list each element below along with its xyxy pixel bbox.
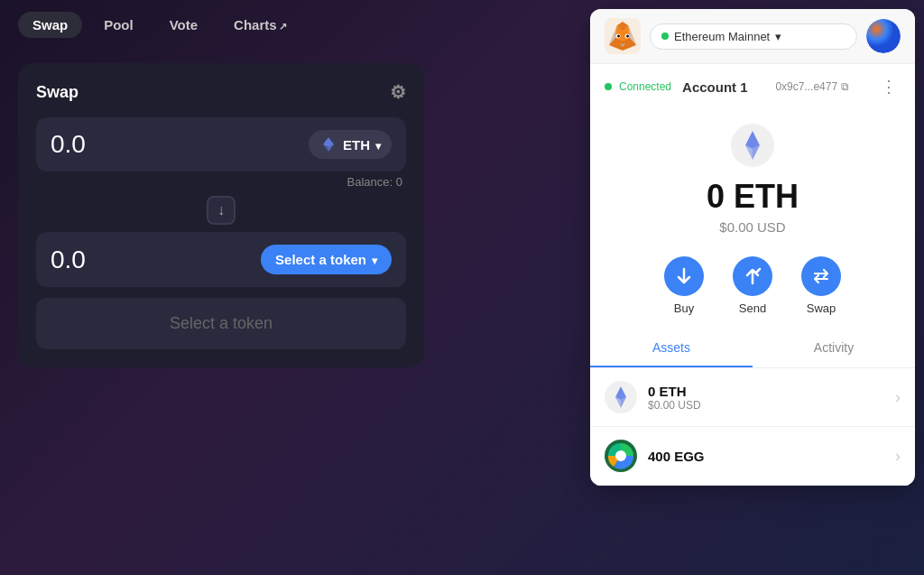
network-selector-btn[interactable]: Ethereum Mainnet ▾ [650,23,857,50]
swap-placeholder-text: Select a token [170,314,273,332]
mm-header: Ethereum Mainnet ▾ [590,9,915,64]
egg-circle-icon [605,440,637,472]
eth-token-selector[interactable]: ETH [309,130,392,159]
swap-label: Swap [807,301,836,315]
mm-actions: Buy Send Swap [590,256,915,329]
metamask-popup: Ethereum Mainnet ▾ Connected Account 1 [590,9,915,486]
select-token-chevron [372,252,377,267]
asset-item-eth[interactable]: 0 ETH $0.00 USD › [590,368,915,427]
network-label: Ethereum Mainnet [674,30,770,43]
asset-item-egg[interactable]: 400 EGG › [590,427,915,486]
buy-arrow-icon [674,266,694,286]
svg-point-27 [615,450,626,461]
swap-panel: Swap ⚙ 0.0 ETH Balance: 0 ↓ 0.0 Select a… [18,63,424,367]
mm-tabs: Assets Activity [590,329,915,368]
avatar-icon [866,19,901,53]
buy-icon [664,256,704,296]
eth-asset-icon [605,381,637,413]
nav-swap[interactable]: Swap [18,12,82,38]
eth-token-label: ETH [343,137,370,153]
metamask-fox-icon [605,18,641,54]
send-arrow-icon [743,266,762,286]
eth-asset-usd: $0.00 USD [648,399,895,412]
send-label: Send [739,301,766,315]
swap-direction-btn[interactable]: ↓ [207,196,236,225]
connected-dot [605,83,612,90]
select-token-btn[interactable]: Select a token [261,245,392,274]
egg-asset-amount: 400 EGG [648,449,895,464]
swap-button[interactable]: Swap [801,256,841,315]
arrow-down-icon: ↓ [217,202,225,218]
swap-title-text: Swap [36,83,79,102]
swap-arrow-row: ↓ [36,196,406,225]
send-button[interactable]: Send [733,256,772,315]
network-status-dot [661,32,669,40]
asset-list: 0 ETH $0.00 USD › 400 EGG [590,368,915,486]
nav-pool[interactable]: Pool [89,12,148,38]
swap-arrows-icon [811,266,831,286]
balance-amount: 0 ETH [608,178,897,216]
account-address: 0x9c7...e477 [775,80,837,93]
swap-to-row: 0.0 Select a token [36,232,406,287]
svg-point-14 [617,35,620,38]
eth-asset-info: 0 ETH $0.00 USD [648,384,895,412]
balance-usd: $0.00 USD [608,219,897,235]
swap-title-row: Swap ⚙ [36,81,406,103]
send-icon [733,256,772,296]
balance-section: 0 ETH $0.00 USD [590,109,915,256]
account-menu-btn[interactable]: ⋮ [877,73,901,100]
eth-token-chevron [375,137,381,153]
svg-point-17 [866,19,901,53]
eth-token-icon [319,135,337,153]
account-avatar[interactable] [866,19,901,53]
eth-asset-chevron: › [895,388,901,407]
egg-asset-chevron: › [895,447,901,466]
swap-icon [801,256,841,296]
tab-activity[interactable]: Activity [753,329,915,367]
nav-charts[interactable]: Charts [219,12,301,38]
swap-from-amount[interactable]: 0.0 [51,130,86,159]
account-bar: Connected Account 1 0x9c7...e477 ⧉ ⋮ [590,64,915,109]
swap-action-area: Select a token [36,298,406,349]
buy-label: Buy [674,301,694,315]
select-token-label: Select a token [275,252,366,267]
copy-icon[interactable]: ⧉ [841,80,849,93]
eth-circle-icon [605,381,637,413]
balance-text: Balance: 0 [36,175,406,189]
eth-logo-icon [731,124,774,167]
nav-vote[interactable]: Vote [155,12,212,38]
egg-asset-info: 400 EGG [648,449,895,464]
network-chevron-icon: ▾ [775,30,781,43]
buy-button[interactable]: Buy [664,256,704,315]
swap-to-amount[interactable]: 0.0 [51,246,86,274]
eth-asset-amount: 0 ETH [648,384,895,399]
connected-label: Connected [619,80,671,93]
tab-assets[interactable]: Assets [590,329,753,367]
account-name: Account 1 [682,79,748,95]
svg-point-15 [626,35,629,38]
egg-asset-icon [605,440,637,472]
swap-from-row: 0.0 ETH [36,117,406,172]
settings-icon[interactable]: ⚙ [390,81,406,103]
